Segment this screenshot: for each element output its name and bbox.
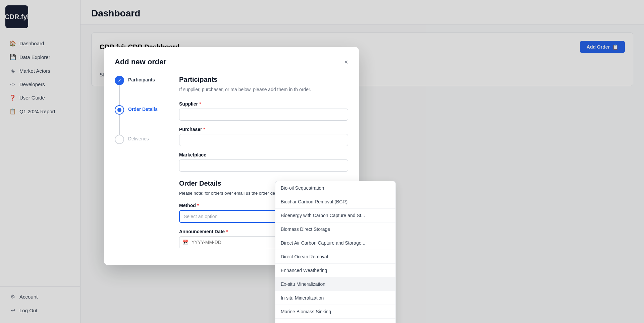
steps-column: ✓ Participants Order Details Deliveries (115, 76, 168, 254)
supplier-required: * (199, 101, 201, 107)
dropdown-item-direct-air[interactable]: Direct Air Carbon Capture and Storage... (275, 236, 395, 250)
step-connector-1 (119, 85, 120, 105)
step-participants: ✓ Participants (115, 76, 168, 85)
dropdown-item-biomass-direct[interactable]: Biomass Direct Storage (275, 222, 395, 236)
form-description: If supplier, purchaser, or ma below, ple… (179, 86, 348, 93)
marketplace-label: Marketplace (179, 152, 348, 157)
dropdown-item-marine-biomass[interactable]: Marine Biomass Sinking (275, 305, 395, 319)
step-deliveries: Deliveries (115, 135, 168, 144)
modal-title: Add new order (115, 58, 166, 66)
dropdown-item-microalgal[interactable]: Microalgal Capture and Storage (275, 319, 395, 323)
purchaser-field: Purchaser * (179, 127, 348, 146)
step-label-deliveries: Deliveries (128, 135, 149, 141)
purchaser-label: Purchaser * (179, 127, 348, 132)
supplier-field: Supplier * (179, 101, 348, 121)
checkmark-icon: ✓ (118, 78, 121, 83)
dropdown-item-ex-situ[interactable]: Ex-situ Mineralization (275, 277, 395, 291)
step-circle-order-details (115, 105, 124, 115)
dropdown-item-in-situ[interactable]: In-situ Mineralization (275, 291, 395, 305)
step-label-participants: Participants (128, 76, 155, 82)
step-circle-deliveries (115, 135, 124, 144)
dropdown-item-enhanced-weathering[interactable]: Enhanced Weathering (275, 264, 395, 277)
step-connector-2 (119, 115, 120, 135)
method-required: * (197, 203, 199, 208)
date-required: * (226, 229, 228, 234)
step-circle-participants: ✓ (115, 76, 124, 85)
dropdown-item-bio-oil[interactable]: Bio-oil Sequestration (275, 181, 395, 195)
marketplace-field: Marketplace (179, 152, 348, 172)
purchaser-required: * (203, 127, 205, 132)
dropdown-item-bioenergy[interactable]: Bioenergy with Carbon Capture and St... (275, 209, 395, 222)
dropdown-item-direct-ocean[interactable]: Direct Ocean Removal (275, 250, 395, 264)
modal-header: Add new order × (115, 58, 348, 66)
calendar-icon: 📅 (182, 240, 188, 245)
supplier-label: Supplier * (179, 101, 348, 107)
form-section-title: Participants (179, 76, 348, 83)
modal-close-button[interactable]: × (344, 59, 348, 65)
dropdown-item-biochar[interactable]: Biochar Carbon Removal (BCR) (275, 195, 395, 209)
marketplace-input[interactable] (179, 159, 348, 172)
supplier-input[interactable] (179, 109, 348, 121)
purchaser-input[interactable] (179, 134, 348, 146)
step-label-order-details: Order Details (128, 105, 158, 112)
method-dropdown: Bio-oil Sequestration Biochar Carbon Rem… (275, 181, 396, 323)
step-order-details: Order Details (115, 105, 168, 115)
